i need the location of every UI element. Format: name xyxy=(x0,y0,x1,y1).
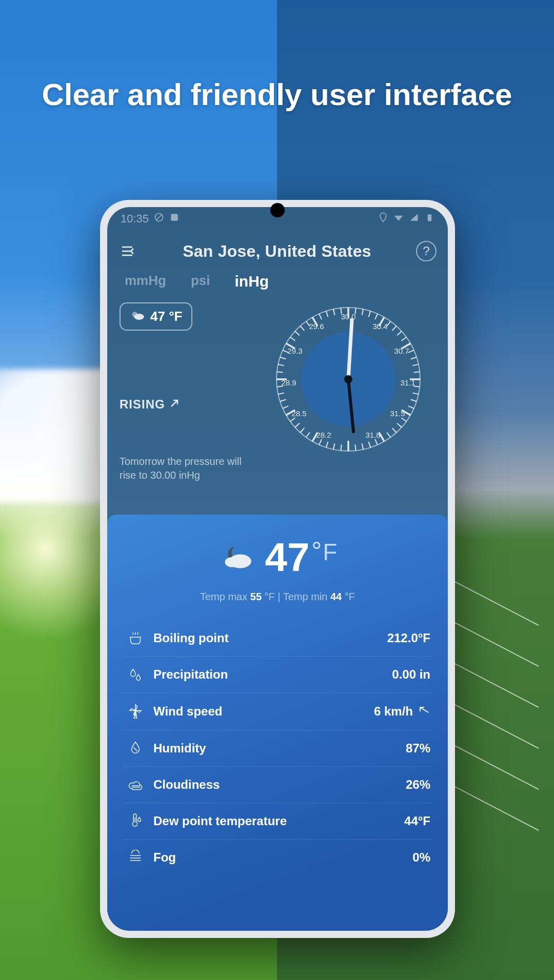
metric-value: 212.0°F xyxy=(387,631,430,645)
night-partly-cloudy-icon xyxy=(218,542,255,573)
svg-line-25 xyxy=(412,364,419,365)
svg-text:28.5: 28.5 xyxy=(291,409,306,418)
svg-text:30.4: 30.4 xyxy=(372,322,387,331)
phone-notch xyxy=(270,203,285,217)
svg-line-20 xyxy=(397,331,402,335)
battery-icon xyxy=(424,212,434,226)
svg-rect-3 xyxy=(428,214,432,221)
svg-point-8 xyxy=(134,314,144,320)
thermometer-drop-icon xyxy=(125,813,146,829)
arrow-up-right-icon xyxy=(169,397,180,412)
chip-temp: 47 °F xyxy=(150,309,182,324)
phone-screen: 10:35 xyxy=(107,207,448,931)
metric-fog: Fog 0% xyxy=(123,840,432,875)
phone-frame: 10:35 xyxy=(100,200,455,938)
wifi-icon xyxy=(393,212,404,226)
svg-point-87 xyxy=(225,557,239,567)
max-value: 55 xyxy=(250,591,262,602)
svg-line-43 xyxy=(341,444,341,451)
svg-rect-2 xyxy=(171,214,177,220)
current-temp-chip[interactable]: 47 °F xyxy=(120,302,192,331)
cloud-icon xyxy=(125,777,146,792)
pressure-gauge: 30.0 30.4 30.7 31.1 31.5 31.8 28.2 28.5 … xyxy=(271,302,425,456)
svg-line-70 xyxy=(333,309,334,315)
svg-line-46 xyxy=(319,439,322,445)
unit-mmhg[interactable]: mmHg xyxy=(125,273,166,290)
svg-line-9 xyxy=(171,401,177,406)
metric-dew-point: Dew point temperature 44°F xyxy=(123,803,432,840)
degree-symbol: ° xyxy=(311,536,322,566)
max-prefix: Temp max xyxy=(200,591,250,602)
svg-line-26 xyxy=(413,372,420,372)
raindrops-icon xyxy=(125,667,146,682)
min-prefix: Temp min xyxy=(283,591,330,602)
metric-label: Cloudiness xyxy=(146,778,406,792)
metric-label: Wind speed xyxy=(146,704,374,719)
minmax-sep: | xyxy=(275,591,283,602)
svg-line-54 xyxy=(280,400,286,402)
svg-text:29.6: 29.6 xyxy=(309,322,324,331)
svg-line-35 xyxy=(392,428,396,433)
max-unit: °F xyxy=(262,591,275,602)
unit-psi[interactable]: psi xyxy=(191,273,210,290)
unit-inhg[interactable]: inHg xyxy=(234,273,269,290)
metric-cloudiness: Cloudiness 26% xyxy=(123,767,432,803)
svg-line-15 xyxy=(368,311,370,317)
trend-label: RISING xyxy=(120,397,165,412)
app-badge-icon xyxy=(169,212,180,226)
svg-line-69 xyxy=(326,311,328,317)
min-unit: °F xyxy=(342,591,355,602)
svg-line-30 xyxy=(410,400,416,402)
metric-label: Humidity xyxy=(146,741,406,756)
svg-line-39 xyxy=(368,442,370,447)
metric-list: Boiling point 212.0°F Precipitation 0.00… xyxy=(123,620,432,875)
temp-min-max: Temp max 55 °F | Temp min 44 °F xyxy=(123,591,432,603)
svg-text:28.2: 28.2 xyxy=(316,431,331,439)
pot-icon xyxy=(125,630,146,646)
metric-value: 26% xyxy=(406,778,430,792)
svg-line-63 xyxy=(290,337,295,341)
help-button[interactable]: ? xyxy=(416,241,437,261)
svg-text:28.9: 28.9 xyxy=(281,378,296,387)
metric-value: 87% xyxy=(406,741,430,756)
svg-text:29.3: 29.3 xyxy=(287,346,302,355)
svg-line-65 xyxy=(300,326,304,331)
metric-value: 6 km/h xyxy=(374,703,430,720)
fog-icon xyxy=(125,850,146,865)
forecast-note: Tomorrow the pressure will rise to 30.00… xyxy=(120,455,253,482)
svg-line-50 xyxy=(295,423,300,427)
current-temp-value: 47 xyxy=(265,534,310,581)
metric-precipitation: Precipitation 0.00 in xyxy=(123,657,432,693)
windmill-icon xyxy=(125,704,146,719)
svg-text:30.0: 30.0 xyxy=(341,312,355,321)
svg-line-68 xyxy=(319,314,322,319)
metric-label: Precipitation xyxy=(146,667,392,682)
details-card: 47 ° F Temp max 55 °F | Temp min 44 °F xyxy=(107,515,448,931)
svg-line-60 xyxy=(280,357,286,359)
svg-point-74 xyxy=(344,375,352,383)
svg-line-1 xyxy=(156,215,162,220)
svg-line-19 xyxy=(392,326,396,331)
svg-line-51 xyxy=(290,418,295,421)
wind-direction-arrow-icon xyxy=(417,703,430,720)
svg-line-45 xyxy=(326,442,328,447)
current-weather: 47 ° F xyxy=(123,534,432,581)
menu-button[interactable] xyxy=(118,241,138,261)
metric-label: Boiling point xyxy=(146,631,387,645)
svg-text:31.5: 31.5 xyxy=(390,409,405,418)
svg-line-34 xyxy=(397,423,402,427)
svg-line-58 xyxy=(276,372,283,372)
metric-value: 0.00 in xyxy=(392,667,430,682)
svg-text:31.8: 31.8 xyxy=(365,431,380,439)
svg-line-14 xyxy=(362,309,363,315)
do-not-disturb-icon xyxy=(154,212,164,226)
metric-wind-speed: Wind speed 6 km/h xyxy=(123,693,432,730)
svg-line-40 xyxy=(362,443,363,450)
signal-icon xyxy=(409,212,419,226)
svg-line-24 xyxy=(410,357,416,359)
metric-boiling-point: Boiling point 212.0°F xyxy=(123,620,432,657)
min-value: 44 xyxy=(330,591,342,602)
status-time: 10:35 xyxy=(121,212,149,226)
svg-line-31 xyxy=(408,406,414,409)
metric-humidity: Humidity 87% xyxy=(123,730,432,767)
